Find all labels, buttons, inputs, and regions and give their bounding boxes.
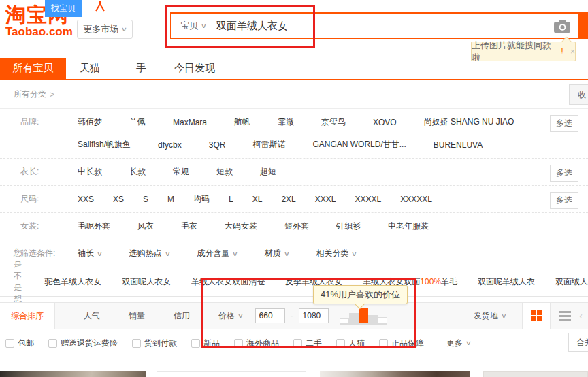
size-option[interactable]: XXXL [315, 195, 336, 204]
women-option[interactable]: 风衣 [137, 220, 154, 232]
length-option[interactable]: 常规 [173, 166, 189, 178]
product-card[interactable] [483, 371, 588, 377]
sort-credit[interactable]: 信用 [174, 310, 190, 322]
histogram-bar[interactable] [340, 318, 349, 323]
suggestion-link[interactable]: 羊绒大衣女双面清仓 [191, 276, 265, 288]
filter-checkbox-secondhand[interactable]: 二手 [293, 338, 322, 349]
women-option[interactable]: 中老年服装 [388, 220, 429, 232]
breadcrumb-all-categories[interactable]: 所有分类 [14, 88, 46, 100]
condition-dropdown-sleeve[interactable]: 袖长∨ [78, 248, 102, 259]
brand-option[interactable]: 京玺鸟 [321, 116, 346, 128]
close-icon[interactable]: × [570, 47, 575, 56]
chevron-left-icon[interactable]: ‹ [579, 310, 583, 321]
condition-dropdown-related[interactable]: 相关分类∨ [316, 248, 357, 259]
ship-from-dropdown[interactable]: 发货地 ∨ [474, 310, 506, 322]
women-option[interactable]: 大码女装 [225, 220, 257, 232]
checkbox-icon[interactable] [336, 339, 345, 348]
size-option[interactable]: XS [113, 195, 124, 204]
checkbox-icon[interactable] [191, 339, 200, 348]
size-option[interactable]: XXXXXL [400, 195, 432, 204]
size-option[interactable]: XXS [78, 195, 94, 204]
size-option[interactable]: L [229, 195, 233, 204]
brand-option[interactable]: Sailfish/帆旗鱼 [78, 139, 131, 150]
product-card[interactable] [157, 371, 306, 377]
price-histogram[interactable] [340, 306, 387, 325]
brand-option[interactable]: MaxMara [173, 118, 207, 127]
women-option[interactable]: 毛衣 [181, 220, 197, 232]
condition-dropdown-material[interactable]: 材质∨ [265, 248, 289, 259]
histogram-bar[interactable] [359, 308, 368, 323]
search-category-dropdown[interactable]: 宝贝 ∨ [172, 20, 215, 32]
women-option[interactable]: 针织衫 [336, 220, 361, 232]
women-option[interactable]: 毛呢外套 [78, 220, 110, 232]
grid-view-button[interactable] [522, 303, 551, 329]
filter-checkbox-new[interactable]: 新品 [191, 338, 220, 349]
suggestion-link[interactable]: 双面绒大衣 [555, 276, 588, 288]
filter-checkbox-overseas[interactable]: 海外商品 [234, 338, 279, 349]
suggestion-link[interactable]: 双面呢大衣女 [122, 276, 171, 288]
brand-option[interactable]: 韩佰梦 [78, 116, 102, 128]
brand-option[interactable]: 航帆 [234, 116, 250, 128]
collapse-filter-button[interactable]: 收 [569, 84, 588, 105]
length-option[interactable]: 短款 [216, 166, 233, 178]
search-input[interactable] [215, 20, 554, 33]
brand-option[interactable]: XOVO [373, 118, 397, 127]
tab-today-discover[interactable]: 今日发现 [169, 58, 220, 79]
brand-option[interactable]: 尚奴娇 SHANG NU JIAO [424, 116, 514, 128]
product-card[interactable] [0, 371, 146, 377]
histogram-bar[interactable] [349, 313, 359, 323]
list-view-button[interactable] [551, 311, 579, 321]
filter-checkbox-authentic[interactable]: 正品保障 [379, 338, 424, 349]
checkbox-icon[interactable] [48, 339, 57, 348]
filter-checkbox-tmall[interactable]: 天猫 [336, 338, 365, 349]
size-option[interactable]: XL [252, 195, 263, 204]
filter-checkbox-free-shipping[interactable]: 包邮 [5, 338, 34, 349]
condition-dropdown-hotspot[interactable]: 选购热点∨ [129, 248, 170, 259]
length-option[interactable]: 中长款 [78, 166, 102, 178]
tab-tmall[interactable]: 天猫 [74, 58, 105, 79]
sort-popularity[interactable]: 人气 [84, 310, 100, 322]
price-min-input[interactable] [255, 308, 285, 323]
more-filters-dropdown[interactable]: 更多 ∨ [446, 338, 471, 349]
checkbox-icon[interactable] [379, 339, 388, 348]
length-option[interactable]: 长款 [129, 166, 146, 178]
condition-dropdown-composition[interactable]: 成分含量∨ [197, 248, 238, 259]
suggestion-link[interactable]: 驼色羊绒大衣女 [44, 276, 101, 288]
sort-composite[interactable]: 综合排序 [0, 303, 55, 329]
filter-checkbox-return-insurance[interactable]: 赠送退货运费险 [48, 338, 118, 349]
checkbox-icon[interactable] [132, 339, 141, 348]
search-button[interactable] [578, 14, 587, 38]
tab-secondhand[interactable]: 二手 [120, 58, 152, 79]
multi-select-button[interactable]: 多选 [550, 165, 578, 182]
more-markets-button[interactable]: 更多市场 ∨ [77, 20, 133, 39]
brand-option[interactable]: 3QR [209, 140, 226, 150]
size-option[interactable]: M [167, 195, 174, 204]
brand-option[interactable]: 柯雷斯诺 [252, 139, 285, 150]
checkbox-icon[interactable] [293, 339, 302, 348]
sort-sales[interactable]: 销量 [129, 310, 145, 322]
length-option[interactable]: 超短 [260, 166, 276, 178]
checkbox-icon[interactable] [5, 339, 14, 348]
brand-option[interactable]: dfycbx [158, 140, 182, 150]
find-item-badge[interactable]: 找宝贝 [45, 0, 82, 17]
multi-select-button[interactable]: 多选 [550, 192, 578, 209]
women-option[interactable]: 短外套 [284, 220, 309, 232]
histogram-bar[interactable] [368, 315, 378, 323]
brand-option[interactable]: 霏溦 [278, 116, 294, 128]
brand-option[interactable]: BURENLUVA [434, 140, 483, 150]
price-max-input[interactable] [299, 308, 329, 323]
tab-all-items[interactable]: 所有宝贝 [0, 58, 66, 79]
product-card[interactable] [320, 371, 470, 377]
size-option[interactable]: XXXXL [355, 195, 381, 204]
brand-option[interactable]: 兰佩 [129, 116, 146, 128]
size-option[interactable]: S [143, 195, 148, 204]
brand-option[interactable]: GANGAN WORLD/甘甘... [312, 139, 406, 150]
merge-same-items-button[interactable]: 合并 [568, 333, 588, 352]
checkbox-icon[interactable] [234, 339, 243, 348]
size-option[interactable]: 2XL [281, 195, 295, 204]
camera-icon[interactable] [554, 20, 570, 33]
sort-price-dropdown[interactable]: 价格 ∨ [218, 310, 243, 322]
suggestion-link[interactable]: 双面呢羊绒大衣 [478, 276, 535, 288]
multi-select-button[interactable]: 多选 [550, 115, 578, 132]
size-option[interactable]: 均码 [193, 193, 210, 205]
